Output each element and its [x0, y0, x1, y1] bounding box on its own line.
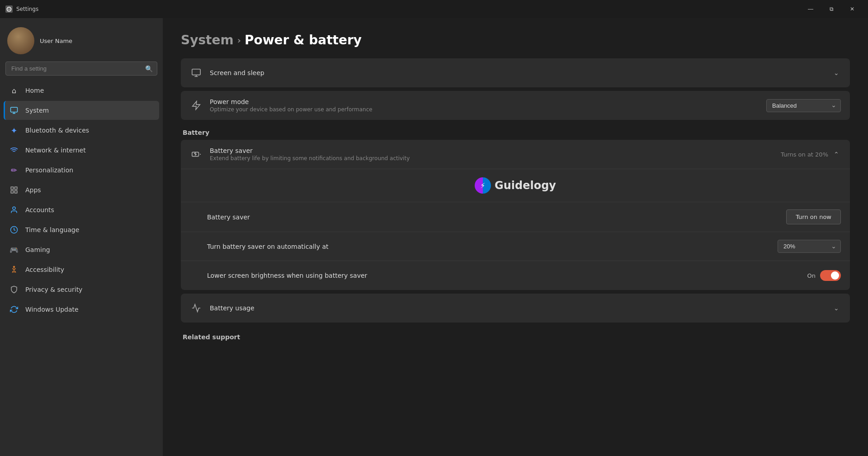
- sidebar-item-privacy[interactable]: Privacy & security: [4, 280, 159, 299]
- battery-saver-percent-wrapper: 20% 10% 15% 25% 30%: [778, 240, 841, 253]
- search-icon: 🔍: [145, 65, 153, 72]
- battery-usage-title: Battery usage: [210, 304, 825, 312]
- sidebar-item-label: Apps: [25, 186, 41, 194]
- sidebar-nav: ⌂ Home System ✦ Bluetooth & devices: [0, 81, 163, 319]
- titlebar-title: Settings: [16, 6, 797, 12]
- windows-update-icon: [9, 304, 19, 314]
- main-content: System › Power & battery Screen and slee…: [163, 18, 868, 456]
- watermark: ⚡ Guidelogy: [181, 173, 850, 198]
- sidebar-user: User Name: [0, 18, 163, 62]
- screen-sleep-icon: [190, 66, 203, 79]
- battery-saver-chevron-up[interactable]: ⌃: [832, 149, 841, 160]
- battery-saver-title: Battery saver: [210, 147, 774, 154]
- battery-usage-icon: [190, 302, 203, 314]
- svg-point-7: [14, 266, 15, 268]
- sidebar-item-label: Gaming: [25, 246, 50, 253]
- power-mode-text: Power mode Optimize your device based on…: [210, 98, 759, 113]
- battery-saver-toggle-row: Battery saver Turn on now: [181, 202, 850, 232]
- battery-saver-turns-on: Turns on at 20%: [781, 151, 828, 158]
- screen-sleep-text: Screen and sleep: [210, 69, 825, 76]
- minimize-button[interactable]: —: [800, 0, 821, 18]
- lower-brightness-label: Lower screen brightness when using batte…: [207, 272, 800, 279]
- power-mode-row[interactable]: Power mode Optimize your device based on…: [181, 91, 850, 120]
- sidebar-item-label: Time & language: [25, 226, 79, 233]
- sidebar-item-network[interactable]: Network & internet: [4, 141, 159, 160]
- battery-saver-auto-label: Turn battery saver on automatically at: [207, 243, 770, 250]
- lower-brightness-state: On: [807, 272, 816, 279]
- time-icon: [9, 225, 19, 235]
- battery-usage-control: ⌄: [832, 303, 841, 314]
- accounts-icon: [9, 205, 19, 215]
- sidebar-item-windows-update[interactable]: Windows Update: [4, 300, 159, 319]
- sidebar-item-accessibility[interactable]: Accessibility: [4, 260, 159, 279]
- personalization-icon: ✏: [9, 165, 19, 175]
- sidebar-item-system[interactable]: System: [4, 101, 159, 120]
- lower-brightness-text: Lower screen brightness when using batte…: [190, 272, 800, 279]
- apps-icon: [9, 185, 19, 195]
- search-input[interactable]: [5, 62, 157, 76]
- bluetooth-icon: ✦: [9, 125, 19, 135]
- related-support-label: Related support: [181, 333, 850, 341]
- power-mode-title: Power mode: [210, 98, 759, 105]
- battery-saver-auto-text: Turn battery saver on automatically at: [190, 243, 770, 250]
- battery-usage-chevron[interactable]: ⌄: [832, 303, 841, 314]
- battery-saver-percent-dropdown[interactable]: 20% 10% 15% 25% 30%: [778, 240, 841, 253]
- battery-saver-row[interactable]: Battery saver Extend battery life by lim…: [181, 140, 850, 169]
- power-mode-icon: [190, 99, 203, 112]
- svg-rect-1: [11, 187, 13, 189]
- screen-sleep-chevron[interactable]: ⌄: [832, 67, 841, 78]
- sidebar-item-time[interactable]: Time & language: [4, 220, 159, 239]
- turn-on-now-button[interactable]: Turn on now: [786, 209, 841, 224]
- privacy-icon: [9, 285, 19, 294]
- sidebar-item-apps[interactable]: Apps: [4, 180, 159, 200]
- power-mode-dropdown[interactable]: Balanced Best power efficiency Best perf…: [766, 99, 841, 112]
- breadcrumb: System › Power & battery: [181, 33, 850, 48]
- power-mode-control: Balanced Best power efficiency Best perf…: [766, 99, 841, 112]
- sidebar-item-label: Personalization: [25, 166, 73, 174]
- sidebar-item-accounts[interactable]: Accounts: [4, 200, 159, 219]
- screen-sleep-title: Screen and sleep: [210, 69, 825, 76]
- lower-brightness-row: Lower screen brightness when using batte…: [181, 261, 850, 290]
- svg-rect-2: [15, 187, 17, 189]
- breadcrumb-parent[interactable]: System: [181, 33, 234, 48]
- sidebar-item-label: System: [25, 107, 49, 114]
- sidebar-item-label: Windows Update: [25, 306, 79, 313]
- titlebar: ⚙ Settings — ⧉ ✕: [0, 0, 868, 18]
- system-icon: [9, 105, 19, 115]
- sidebar-item-label: Accessibility: [25, 266, 64, 273]
- screen-sleep-row[interactable]: Screen and sleep ⌄: [181, 58, 850, 87]
- battery-saver-control: Turns on at 20% ⌃: [781, 149, 841, 160]
- sidebar-search-container: 🔍: [5, 62, 157, 76]
- sidebar-item-personalization[interactable]: ✏ Personalization: [4, 161, 159, 180]
- sidebar-item-label: Network & internet: [25, 147, 86, 154]
- close-button[interactable]: ✕: [842, 0, 863, 18]
- breadcrumb-current: Power & battery: [245, 33, 362, 48]
- sidebar-item-gaming[interactable]: 🎮 Gaming: [4, 240, 159, 259]
- toggle-slider: [820, 270, 841, 281]
- watermark-logo: ⚡ Guidelogy: [475, 177, 556, 194]
- window-controls: — ⧉ ✕: [800, 0, 863, 18]
- power-mode-dropdown-wrapper: Balanced Best power efficiency Best perf…: [766, 99, 841, 112]
- screen-sleep-control: ⌄: [832, 67, 841, 78]
- battery-usage-text: Battery usage: [210, 304, 825, 312]
- breadcrumb-separator: ›: [237, 35, 241, 46]
- battery-saver-toggle-control: Turn on now: [786, 209, 841, 224]
- battery-usage-row[interactable]: Battery usage ⌄: [181, 294, 850, 323]
- battery-saver-text: Battery saver Extend battery life by lim…: [210, 147, 774, 162]
- power-mode-desc: Optimize your device based on power use …: [210, 106, 759, 113]
- battery-saver-section: Battery saver Extend battery life by lim…: [181, 140, 850, 290]
- lower-brightness-toggle-wrapper: On: [807, 270, 841, 281]
- restore-button[interactable]: ⧉: [821, 0, 842, 18]
- battery-saver-toggle-text: Battery saver: [190, 214, 779, 221]
- app-icon: ⚙: [5, 5, 13, 13]
- lower-brightness-toggle[interactable]: [820, 270, 841, 281]
- watermark-icon: ⚡: [475, 177, 491, 194]
- battery-saver-desc: Extend battery life by limiting some not…: [210, 155, 774, 162]
- watermark-text: Guidelogy: [495, 179, 556, 192]
- network-icon: [9, 145, 19, 155]
- svg-rect-0: [11, 107, 18, 112]
- sidebar-item-label: Home: [25, 87, 44, 94]
- sidebar-item-bluetooth[interactable]: ✦ Bluetooth & devices: [4, 121, 159, 140]
- sidebar-username: User Name: [40, 38, 72, 44]
- sidebar-item-home[interactable]: ⌂ Home: [4, 81, 159, 100]
